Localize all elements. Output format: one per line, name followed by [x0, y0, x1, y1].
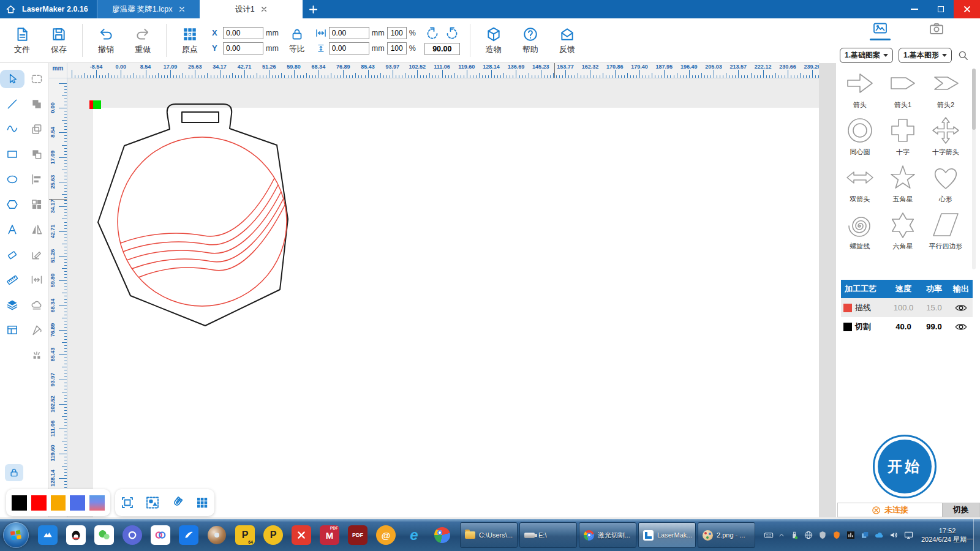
- taskbar-app-wechat[interactable]: [90, 521, 118, 549]
- taskbar-app-close-x[interactable]: [287, 521, 315, 549]
- tool-curve[interactable]: [2, 122, 23, 137]
- shape-cross-arrow[interactable]: 十字箭头: [924, 116, 967, 157]
- minimize-button[interactable]: [901, 0, 927, 18]
- shape-spiral[interactable]: 螺旋线: [839, 210, 881, 251]
- tool-node-edit[interactable]: [26, 247, 47, 262]
- cloud-icon[interactable]: [874, 530, 884, 540]
- start-menu-button[interactable]: [3, 522, 29, 548]
- tool-mirror[interactable]: [26, 222, 47, 237]
- feedback-button[interactable]: 反馈: [549, 26, 586, 55]
- tool-path-pen[interactable]: [26, 323, 47, 337]
- maximize-button[interactable]: [927, 0, 954, 18]
- visibility-eye-icon[interactable]: [949, 304, 973, 312]
- taskbar-app-pdf-editor[interactable]: PDF: [344, 521, 372, 549]
- taskbar-app-browser[interactable]: [118, 521, 146, 549]
- taskbar-app-filelink[interactable]: [146, 521, 175, 549]
- tab-close-icon[interactable]: [261, 6, 267, 12]
- taskbar-app-chrome[interactable]: [428, 521, 456, 549]
- tool-select[interactable]: [2, 72, 23, 86]
- medal-design[interactable]: [86, 92, 312, 334]
- taskbar-app-qq[interactable]: [62, 521, 90, 549]
- taskbar-app-remote[interactable]: [34, 521, 62, 549]
- tool-polygon[interactable]: [2, 197, 23, 212]
- document-tab-1[interactable]: 廖温馨 奖牌1.lcpx: [97, 0, 200, 18]
- show-desktop-button[interactable]: [973, 519, 980, 551]
- angle-input[interactable]: [424, 43, 460, 55]
- tab-close-icon[interactable]: [179, 6, 185, 12]
- file-button[interactable]: 文件: [4, 26, 40, 55]
- shape-partial-2[interactable]: [881, 257, 924, 269]
- shape-cross[interactable]: 十字: [881, 116, 924, 157]
- tool-text[interactable]: [2, 222, 23, 237]
- home-icon[interactable]: [0, 0, 21, 18]
- scrollbar-thumb[interactable]: [972, 69, 976, 130]
- height-input[interactable]: [329, 42, 369, 54]
- keyboard-icon[interactable]: [764, 530, 774, 540]
- undo-button[interactable]: 撤销: [88, 26, 124, 55]
- group-select-icon[interactable]: [145, 495, 160, 510]
- tool-explode[interactable]: [26, 348, 47, 362]
- canvas-lock-button[interactable]: [5, 464, 23, 481]
- taskbar-app-swirl[interactable]: @: [372, 521, 400, 549]
- tool-expand[interactable]: [26, 272, 47, 287]
- origin-button[interactable]: 原点: [172, 26, 208, 55]
- process-row-cut[interactable]: 切割 40.0 99.0: [841, 317, 973, 336]
- shape-star6[interactable]: 六角星: [881, 210, 924, 251]
- connection-status[interactable]: 未连接: [838, 503, 942, 517]
- tool-rectangle[interactable]: [2, 147, 23, 162]
- color-swatch-blue[interactable]: [70, 495, 85, 511]
- taskbar-app-cd[interactable]: [203, 521, 231, 549]
- tool-marquee[interactable]: [26, 72, 47, 86]
- taskbar-clock[interactable]: 17:52 2024/6/24 星期一: [921, 527, 973, 544]
- gallery-scrollbar[interactable]: [972, 69, 976, 269]
- tool-eraser[interactable]: [2, 247, 23, 262]
- switch-device-button[interactable]: 切换: [942, 503, 979, 517]
- category-dropdown[interactable]: 1.基础图案: [840, 48, 893, 63]
- shape-partial-1[interactable]: [839, 257, 881, 269]
- tool-measure[interactable]: [2, 272, 23, 287]
- process-row-engrave[interactable]: 描线 100.0 15.0: [841, 298, 973, 317]
- taskbar-app-p[interactable]: P: [259, 521, 287, 549]
- window-paint[interactable]: 2.png - ...: [698, 522, 755, 548]
- start-button[interactable]: 开始: [873, 435, 937, 498]
- y-input[interactable]: [223, 42, 263, 54]
- lock-ratio-button[interactable]: 等比: [282, 27, 312, 54]
- shield-icon[interactable]: [818, 530, 827, 540]
- create-button[interactable]: 造物: [475, 26, 512, 55]
- subcategory-dropdown[interactable]: 1.基本图形: [899, 48, 952, 63]
- tool-ellipse[interactable]: [2, 172, 23, 187]
- color-swatch-gradient[interactable]: [89, 495, 105, 511]
- window-lasermaker[interactable]: LaserMak...: [638, 522, 696, 548]
- width-input[interactable]: [329, 27, 369, 39]
- save-button[interactable]: 保存: [40, 26, 77, 55]
- rotate-cw-icon[interactable]: [445, 26, 459, 41]
- canvas[interactable]: [67, 78, 819, 517]
- redo-button[interactable]: 重做: [124, 26, 161, 55]
- tab-shape-library[interactable]: [870, 22, 891, 47]
- shape-heart[interactable]: 心形: [924, 163, 967, 204]
- tool-weld[interactable]: [26, 298, 47, 312]
- document-tab-2[interactable]: 设计1: [200, 0, 303, 18]
- shape-parallelogram[interactable]: 平行四边形: [924, 210, 967, 251]
- display-icon[interactable]: [903, 530, 914, 540]
- tool-layout[interactable]: [2, 323, 23, 337]
- width-percent-input[interactable]: [387, 27, 407, 39]
- search-icon[interactable]: [957, 50, 969, 61]
- tray-expand-icon[interactable]: [778, 531, 785, 539]
- tool-arrange[interactable]: [26, 197, 47, 212]
- new-tab-button[interactable]: [303, 0, 325, 18]
- chart-icon[interactable]: [846, 530, 856, 540]
- shape-arrow1[interactable]: 箭头1: [881, 69, 924, 110]
- x-input[interactable]: [223, 27, 263, 39]
- taskbar-app-p64[interactable]: P64: [231, 521, 259, 549]
- magnet-icon[interactable]: [170, 495, 184, 510]
- shape-star5[interactable]: 五角星: [881, 163, 924, 204]
- tool-align[interactable]: [26, 172, 47, 187]
- visibility-eye-icon[interactable]: [949, 323, 973, 331]
- usb-icon[interactable]: [790, 530, 799, 540]
- window-chrome[interactable]: 激光切割...: [579, 522, 636, 548]
- tool-subtract[interactable]: [26, 147, 47, 162]
- tool-duplicate[interactable]: [26, 122, 47, 137]
- tab-camera[interactable]: [926, 22, 947, 47]
- shape-partial-3[interactable]: [924, 257, 967, 269]
